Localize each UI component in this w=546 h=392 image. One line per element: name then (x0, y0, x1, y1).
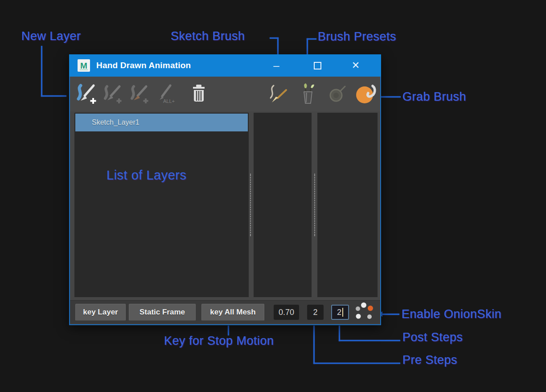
annotation-list-of-layers: List of Layers (107, 168, 186, 183)
annotation-pre-steps: Pre Steps (402, 353, 457, 367)
pre-steps-field[interactable]: 2 (307, 305, 324, 320)
new-layer-brush-icon (75, 83, 98, 106)
stop-motion-key-field[interactable]: 0.70 (274, 305, 299, 320)
layer-item-selected[interactable]: Sketch_Layer1 (75, 114, 248, 131)
key-layer-button[interactable]: key Layer (75, 304, 126, 321)
content-area: Sketch_Layer1 List of Layers (70, 111, 380, 300)
grab-brush-button[interactable] (354, 83, 378, 106)
delete-layer-button[interactable] (187, 83, 210, 106)
connector-pre-steps (313, 363, 400, 364)
connector-post-steps (339, 340, 400, 341)
text-cursor (342, 308, 343, 317)
minimize-button[interactable]: – (266, 54, 287, 77)
close-button[interactable]: ✕ (345, 54, 366, 77)
annotation-enable-onionskin: Enable OnionSkin (402, 307, 501, 321)
pencil-all-plus-disabled-icon: ALL+ (153, 83, 177, 106)
titlebar[interactable]: M Hand Drawn Animation – ✕ (69, 54, 381, 77)
grab-brush-icon (354, 83, 378, 106)
onionskin-dots-icon (354, 301, 378, 324)
maximize-button[interactable] (307, 54, 328, 77)
annotation-post-steps: Post Steps (402, 331, 463, 344)
annotation-sketch-brush: Sketch Brush (171, 29, 245, 43)
frames-panel[interactable] (254, 113, 312, 297)
toolbar: ALL+ (70, 77, 380, 111)
smudge-disabled-button[interactable] (326, 83, 349, 106)
annotation-grab-brush: Grab Brush (402, 90, 466, 104)
maya-app-icon: M (78, 59, 90, 72)
panel-splitter-2[interactable] (314, 174, 316, 236)
enable-onionskin-button[interactable] (354, 301, 378, 324)
annotation-key-stop-motion: Key for Stop Motion (164, 334, 274, 348)
annotation-new-layer: New Layer (21, 29, 81, 43)
add-layer-disabled-button[interactable] (101, 83, 124, 106)
key-all-disabled-button[interactable]: ALL+ (153, 83, 177, 106)
brush-presets-icon (296, 83, 320, 106)
maximize-icon (314, 62, 321, 69)
svg-text:ALL+: ALL+ (163, 98, 175, 104)
window-title: Hand Drawn Animation (96, 54, 191, 77)
hand-drawn-animation-window: M Hand Drawn Animation – ✕ (69, 54, 381, 325)
brush-brown-plus-disabled-icon (128, 83, 151, 106)
sketch-brush-button[interactable] (266, 83, 289, 106)
brush-plus-disabled-icon (101, 83, 124, 106)
trash-icon (187, 83, 210, 106)
post-steps-field[interactable]: 2 (331, 305, 349, 320)
annotation-brush-presets: Brush Presets (318, 30, 396, 44)
side-panel[interactable] (317, 113, 378, 297)
connector-key-stop-motion (228, 326, 229, 335)
panel-splitter-1[interactable] (250, 174, 252, 236)
layer-list-panel[interactable]: Sketch_Layer1 List of Layers (74, 113, 249, 297)
new-layer-button[interactable] (75, 83, 98, 106)
connector-new-layer (41, 46, 42, 97)
static-frame-button[interactable]: Static Frame (129, 304, 196, 321)
add-layer-brown-disabled-button[interactable] (128, 83, 151, 106)
brush-presets-button[interactable] (296, 83, 320, 106)
connector-grab-brush (378, 96, 401, 98)
smudge-disabled-icon (326, 83, 349, 106)
key-all-mesh-button[interactable]: key All Mesh (201, 304, 264, 321)
footer-bar: key Layer Static Frame key All Mesh 0.70… (70, 300, 380, 323)
sketch-brush-icon (266, 83, 289, 106)
